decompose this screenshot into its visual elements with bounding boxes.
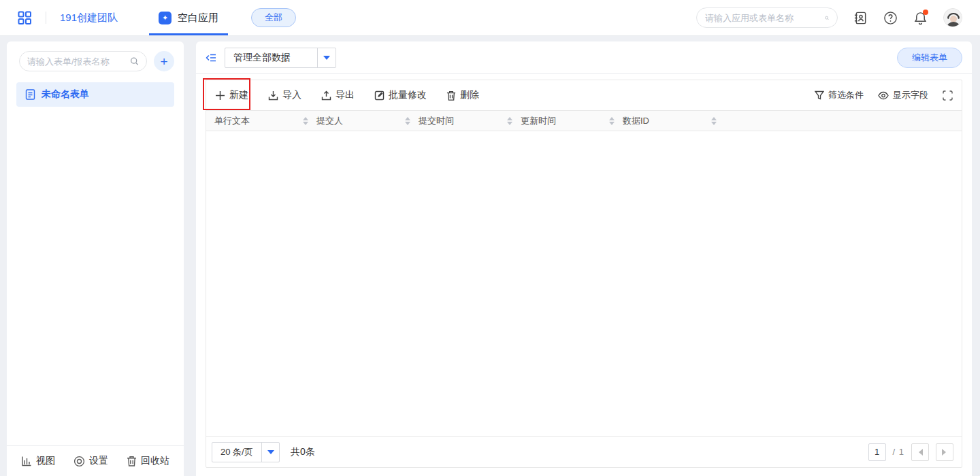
export-icon bbox=[321, 90, 331, 101]
sort-icon[interactable] bbox=[711, 114, 717, 128]
table-header-row: 单行文本 提交人 提交时间 更新时间 数据ID bbox=[206, 110, 962, 131]
sidebar-footer: 视图 设置 回收站 bbox=[7, 445, 184, 476]
prev-page-button[interactable] bbox=[911, 443, 929, 461]
collapse-sidebar-icon[interactable] bbox=[206, 52, 216, 63]
export-button[interactable]: 导出 bbox=[321, 89, 355, 101]
toolbar: 新建 导入 导出 批量修改 bbox=[206, 80, 962, 110]
global-search-input[interactable] bbox=[705, 13, 825, 23]
header-right bbox=[696, 7, 962, 28]
recycle-bin-label: 回收站 bbox=[141, 455, 169, 467]
chart-view-icon bbox=[21, 456, 32, 466]
column-header-single-line-text[interactable]: 单行文本 bbox=[214, 114, 316, 128]
plus-icon bbox=[215, 90, 225, 101]
table-body-empty bbox=[206, 131, 962, 436]
display-fields-label: 显示字段 bbox=[893, 89, 928, 101]
column-label: 数据ID bbox=[623, 115, 649, 127]
column-label: 更新时间 bbox=[521, 115, 556, 127]
export-label: 导出 bbox=[336, 89, 355, 101]
add-form-button[interactable]: + bbox=[154, 51, 174, 71]
chevron-right-icon bbox=[942, 449, 949, 456]
views-button[interactable]: 视图 bbox=[21, 455, 55, 467]
delete-label: 删除 bbox=[460, 89, 479, 101]
batch-edit-button[interactable]: 批量修改 bbox=[374, 89, 427, 101]
batch-edit-icon bbox=[374, 90, 385, 101]
app-icon: ✦ bbox=[159, 12, 172, 24]
filter-conditions-label: 筛选条件 bbox=[828, 89, 864, 101]
data-grid-container: 新建 导入 导出 批量修改 bbox=[206, 80, 962, 468]
avatar[interactable] bbox=[943, 8, 962, 27]
help-icon[interactable] bbox=[883, 11, 898, 25]
sidebar-search-row: + bbox=[7, 41, 184, 77]
sidebar-search[interactable] bbox=[19, 51, 147, 71]
sort-icon[interactable] bbox=[303, 114, 308, 128]
global-search[interactable] bbox=[696, 7, 838, 28]
column-header-submit-time[interactable]: 提交时间 bbox=[419, 114, 521, 128]
sort-icon[interactable] bbox=[507, 114, 512, 128]
page-size-value: 20 条/页 bbox=[212, 446, 261, 458]
page-size-select[interactable]: 20 条/页 bbox=[212, 442, 280, 462]
apps-grid-icon[interactable] bbox=[18, 11, 32, 25]
filter-conditions-button[interactable]: 筛选条件 bbox=[815, 89, 864, 101]
sort-icon[interactable] bbox=[609, 114, 615, 128]
sort-icon[interactable] bbox=[405, 114, 410, 128]
settings-icon bbox=[74, 456, 85, 467]
data-view-select-value: 管理全部数据 bbox=[225, 52, 317, 64]
filter-icon bbox=[815, 90, 824, 100]
team-name-link[interactable]: 191创建团队 bbox=[60, 12, 118, 24]
chevron-left-icon bbox=[915, 449, 923, 456]
sidebar-item-form[interactable]: 未命名表单 bbox=[16, 82, 174, 107]
notifications-button[interactable] bbox=[913, 11, 928, 25]
edit-form-button[interactable]: 编辑表单 bbox=[897, 48, 962, 68]
contacts-icon[interactable] bbox=[853, 11, 868, 25]
batch-edit-label: 批量修改 bbox=[389, 89, 427, 101]
import-icon bbox=[268, 90, 278, 101]
active-tab-underline bbox=[149, 33, 228, 35]
main-panel: 管理全部数据 编辑表单 新建 导入 bbox=[196, 41, 972, 476]
chevron-down-icon bbox=[261, 443, 279, 462]
pagination-controls: 1 / 1 bbox=[868, 443, 953, 461]
toolbar-right: 筛选条件 显示字段 bbox=[815, 89, 953, 101]
header-divider bbox=[46, 12, 46, 24]
delete-icon bbox=[446, 90, 456, 101]
settings-button[interactable]: 设置 bbox=[74, 455, 108, 467]
column-label: 提交时间 bbox=[419, 115, 454, 127]
top-header: 191创建团队 ✦ 空白应用 全部 bbox=[0, 0, 980, 36]
search-icon bbox=[825, 13, 829, 23]
display-fields-button[interactable]: 显示字段 bbox=[878, 89, 928, 101]
column-header-data-id[interactable]: 数据ID bbox=[623, 114, 725, 128]
current-page-input[interactable]: 1 bbox=[868, 443, 886, 461]
filter-pill-all[interactable]: 全部 bbox=[251, 8, 296, 27]
fullscreen-icon[interactable] bbox=[943, 90, 953, 101]
import-label: 导入 bbox=[282, 89, 301, 101]
delete-button[interactable]: 删除 bbox=[446, 89, 479, 101]
next-page-button[interactable] bbox=[936, 443, 953, 461]
new-record-button[interactable]: 新建 bbox=[215, 89, 248, 101]
header-left: 191创建团队 ✦ 空白应用 全部 bbox=[18, 0, 296, 35]
column-label: 提交人 bbox=[316, 115, 343, 127]
column-header-submitter[interactable]: 提交人 bbox=[316, 114, 419, 128]
column-header-update-time[interactable]: 更新时间 bbox=[521, 114, 623, 128]
app-tab-label: 空白应用 bbox=[178, 12, 218, 24]
new-record-label: 新建 bbox=[229, 89, 248, 101]
sidebar-search-input[interactable] bbox=[27, 56, 130, 67]
total-pages-label: / 1 bbox=[893, 447, 904, 457]
total-count-label: 共0条 bbox=[291, 446, 315, 458]
sidebar: + 未命名表单 视图 设置 回收站 bbox=[7, 41, 184, 476]
import-button[interactable]: 导入 bbox=[268, 89, 301, 101]
settings-label: 设置 bbox=[89, 455, 108, 467]
recycle-bin-icon bbox=[127, 456, 137, 466]
form-doc-icon bbox=[25, 89, 35, 100]
chevron-down-icon bbox=[317, 48, 336, 67]
eye-icon bbox=[878, 91, 889, 100]
column-label: 单行文本 bbox=[214, 115, 250, 127]
tab-current-app[interactable]: ✦ 空白应用 bbox=[159, 0, 218, 35]
search-icon bbox=[130, 56, 139, 66]
recycle-bin-button[interactable]: 回收站 bbox=[127, 455, 169, 467]
views-label: 视图 bbox=[36, 455, 55, 467]
sidebar-item-label: 未命名表单 bbox=[42, 88, 89, 101]
main-header-row: 管理全部数据 编辑表单 bbox=[196, 41, 972, 74]
notification-badge bbox=[923, 10, 928, 15]
data-view-select[interactable]: 管理全部数据 bbox=[225, 48, 336, 68]
pagination-bar: 20 条/页 共0条 1 / 1 bbox=[206, 436, 962, 467]
